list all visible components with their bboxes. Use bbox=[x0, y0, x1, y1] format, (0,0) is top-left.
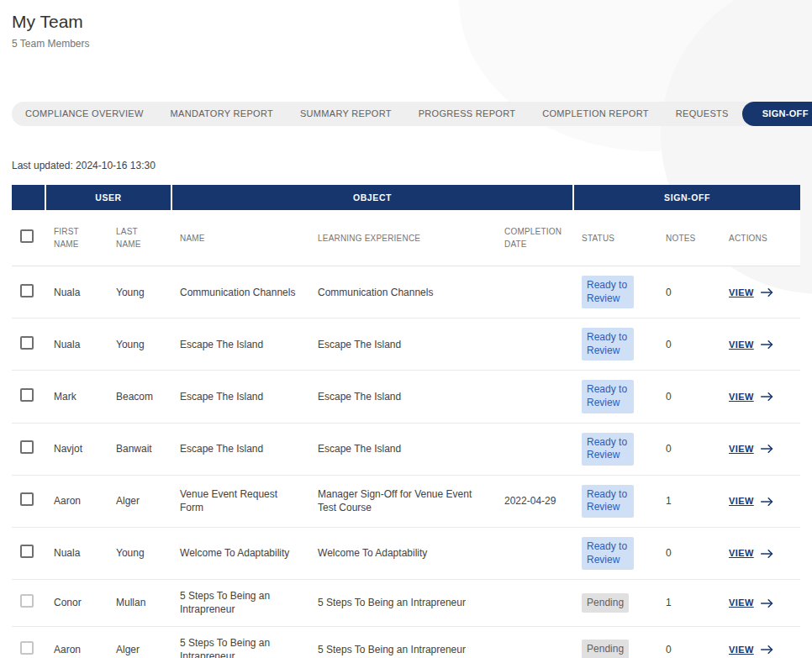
table-row: Mark Beacom Escape The Island Escape The… bbox=[12, 371, 800, 423]
status-badge: Ready to Review bbox=[582, 537, 634, 570]
cell-first-name: Nuala bbox=[45, 266, 108, 318]
row-checkbox[interactable] bbox=[20, 388, 34, 402]
tab-requests[interactable]: REQUESTS bbox=[662, 102, 742, 126]
table-row: Aaron Alger 5 Steps To Being an Intrapre… bbox=[12, 626, 800, 658]
arrow-right-icon bbox=[760, 549, 774, 559]
cell-notes: 1 bbox=[657, 580, 720, 626]
row-checkbox[interactable] bbox=[20, 594, 34, 608]
arrow-right-icon bbox=[760, 497, 774, 507]
view-link[interactable]: VIEW bbox=[729, 495, 774, 508]
view-link[interactable]: VIEW bbox=[729, 391, 774, 403]
cell-learning-experience: Escape The Island bbox=[309, 371, 496, 423]
row-checkbox[interactable] bbox=[20, 284, 34, 297]
cell-last-name: Beacom bbox=[108, 371, 171, 423]
cell-first-name: Navjot bbox=[45, 423, 108, 475]
col-name: NAME bbox=[171, 210, 309, 266]
row-checkbox[interactable] bbox=[20, 492, 34, 506]
status-badge: Ready to Review bbox=[582, 380, 634, 413]
cell-first-name: Aaron bbox=[45, 475, 108, 527]
row-checkbox[interactable] bbox=[20, 336, 34, 350]
row-checkbox[interactable] bbox=[20, 545, 34, 558]
status-badge: Ready to Review bbox=[582, 485, 634, 518]
col-learning-experience: LEARNING EXPERIENCE bbox=[309, 210, 496, 266]
cell-completion-date bbox=[496, 318, 573, 371]
cell-name: Welcome To Adaptability bbox=[171, 527, 309, 579]
row-checkbox[interactable] bbox=[20, 440, 34, 454]
tab-mandatory-report[interactable]: MANDATORY REPORT bbox=[157, 102, 287, 126]
cell-completion-date: 2022-04-29 bbox=[496, 475, 573, 527]
column-header-row: FIRST NAME LAST NAME NAME LEARNING EXPER… bbox=[12, 210, 800, 266]
cell-learning-experience: Welcome To Adaptability bbox=[309, 527, 496, 579]
cell-learning-experience: 5 Steps To Being an Intrapreneur bbox=[309, 626, 496, 658]
table-row: Aaron Alger Venue Event Request Form Man… bbox=[12, 475, 800, 527]
arrow-right-icon bbox=[760, 444, 774, 454]
cell-completion-date bbox=[496, 266, 573, 318]
status-badge: Pending bbox=[582, 593, 629, 613]
cell-last-name: Banwait bbox=[108, 423, 171, 475]
col-last-name: LAST NAME bbox=[108, 210, 171, 266]
view-link-label: VIEW bbox=[729, 644, 754, 656]
cell-last-name: Young bbox=[108, 266, 171, 318]
team-member-count: 5 Team Members bbox=[12, 38, 800, 50]
cell-first-name: Conor bbox=[45, 580, 108, 626]
row-checkbox[interactable] bbox=[20, 641, 34, 655]
cell-name: 5 Steps To Being an Intrapreneur bbox=[171, 580, 309, 626]
report-tabs: COMPLIANCE OVERVIEWMANDATORY REPORTSUMMA… bbox=[12, 102, 800, 126]
col-first-name: FIRST NAME bbox=[45, 210, 108, 266]
cell-last-name: Young bbox=[108, 318, 171, 371]
col-actions: ACTIONS bbox=[720, 210, 800, 266]
status-badge: Ready to Review bbox=[582, 276, 634, 308]
view-link[interactable]: VIEW bbox=[729, 339, 774, 351]
view-link[interactable]: VIEW bbox=[729, 547, 774, 560]
table-row: Navjot Banwait Escape The Island Escape … bbox=[12, 423, 800, 475]
arrow-right-icon bbox=[760, 645, 774, 655]
select-all-checkbox[interactable] bbox=[20, 229, 34, 243]
cell-name: Escape The Island bbox=[171, 318, 309, 371]
view-link[interactable]: VIEW bbox=[729, 644, 774, 656]
view-link-label: VIEW bbox=[729, 287, 754, 299]
view-link[interactable]: VIEW bbox=[729, 443, 774, 455]
group-header-signoff: SIGN-OFF bbox=[573, 185, 800, 210]
tab-summary-report[interactable]: SUMMARY REPORT bbox=[287, 102, 405, 126]
status-badge: Ready to Review bbox=[582, 328, 634, 361]
cell-completion-date bbox=[496, 626, 573, 658]
page-header: My Team 5 Team Members bbox=[12, 12, 800, 50]
col-notes: NOTES bbox=[657, 210, 720, 266]
cell-notes: 0 bbox=[657, 371, 720, 423]
tab-sign-off[interactable]: SIGN-OFF bbox=[742, 102, 812, 126]
table-row: Conor Mullan 5 Steps To Being an Intrapr… bbox=[12, 580, 800, 626]
view-link[interactable]: VIEW bbox=[729, 287, 774, 299]
cell-first-name: Nuala bbox=[45, 318, 108, 371]
group-header-user: USER bbox=[45, 185, 171, 210]
cell-first-name: Aaron bbox=[45, 626, 108, 658]
view-link-label: VIEW bbox=[729, 339, 754, 351]
table-row: Nuala Young Welcome To Adaptability Welc… bbox=[12, 527, 800, 579]
arrow-right-icon bbox=[760, 598, 774, 608]
table-row: Nuala Young Communication Channels Commu… bbox=[12, 266, 800, 318]
cell-learning-experience: 5 Steps To Being an Intrapreneur bbox=[309, 580, 496, 626]
arrow-right-icon bbox=[760, 287, 774, 297]
view-link-label: VIEW bbox=[729, 597, 754, 609]
arrow-right-icon bbox=[760, 392, 774, 402]
view-link-label: VIEW bbox=[729, 547, 754, 560]
tab-completion-report[interactable]: COMPLETION REPORT bbox=[529, 102, 662, 126]
group-header-row: USER OBJECT SIGN-OFF bbox=[12, 185, 800, 210]
view-link[interactable]: VIEW bbox=[729, 597, 774, 609]
cell-completion-date bbox=[496, 527, 573, 579]
cell-last-name: Alger bbox=[108, 626, 171, 658]
cell-last-name: Mullan bbox=[108, 580, 171, 626]
cell-completion-date bbox=[496, 371, 573, 423]
cell-name: Escape The Island bbox=[171, 371, 309, 423]
cell-notes: 0 bbox=[657, 423, 720, 475]
cell-name: Communication Channels bbox=[171, 266, 309, 318]
col-completion-date: COMPLETION DATE bbox=[496, 210, 573, 266]
col-status: STATUS bbox=[573, 210, 657, 266]
tab-progress-report[interactable]: PROGRESS REPORT bbox=[405, 102, 530, 126]
cell-learning-experience: Escape The Island bbox=[309, 423, 496, 475]
page: My Team 5 Team Members COMPLIANCE OVERVI… bbox=[0, 0, 812, 658]
tab-compliance-overview[interactable]: COMPLIANCE OVERVIEW bbox=[12, 102, 157, 126]
cell-notes: 0 bbox=[657, 318, 720, 371]
view-link-label: VIEW bbox=[729, 391, 754, 403]
status-badge: Pending bbox=[582, 640, 629, 658]
group-header-object: OBJECT bbox=[171, 185, 573, 210]
